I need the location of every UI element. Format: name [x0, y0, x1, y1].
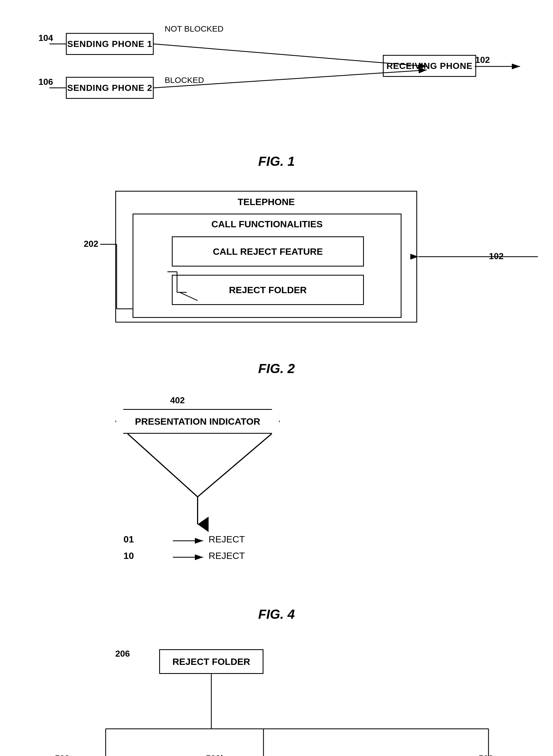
ref-502b: 502b: [206, 754, 226, 756]
ref-102-fig2: 102: [489, 251, 503, 261]
svg-line-20: [128, 434, 198, 497]
fig1-diagram: 104 106 102 SENDING PHONE 1 SENDING PHON…: [22, 16, 531, 132]
reject-folder-box-fig5: REJECT FOLDER: [159, 649, 263, 674]
presentation-indicator-box: PRESENTATION INDICATOR: [115, 409, 280, 434]
ref-502a: 502a: [55, 754, 74, 756]
reject-label-10: REJECT: [209, 550, 245, 561]
ref-202: 202: [84, 239, 98, 249]
telephone-box: TELEPHONE CALL FUNCTIONALITIES CALL REJE…: [115, 191, 417, 322]
fig4-diagram: 402 PRESENTATION INDICATOR: [22, 392, 531, 585]
not-blocked-label: NOT BLOCKED: [165, 24, 224, 33]
telephone-label: TELEPHONE: [116, 197, 416, 207]
ref-102-fig1: 102: [475, 55, 490, 65]
ref-402: 402: [170, 395, 185, 405]
call-reject-feature-label: CALL REJECT FEATURE: [173, 237, 363, 266]
ref-104: 104: [38, 33, 53, 43]
reject-folder-box-fig2: REJECT FOLDER: [172, 275, 364, 305]
page: 104 106 102 SENDING PHONE 1 SENDING PHON…: [0, 0, 553, 756]
svg-line-21: [198, 434, 272, 497]
ref-106: 106: [38, 77, 53, 87]
fig2-diagram: 102 202 204 206 TELEPHONE CALL FUNCTIONA…: [22, 185, 531, 339]
receiving-phone-box: RECEIVING PHONE: [383, 55, 476, 77]
ref-206-fig5: 206: [115, 649, 130, 659]
reject-folder-label-fig2: REJECT FOLDER: [173, 276, 363, 304]
sending-phone-2-box: SENDING PHONE 2: [66, 77, 154, 99]
reject-label-01: REJECT: [209, 534, 245, 545]
fig5-diagram: 206 502a 502b 502c REJECT FOLDER GROUP 1…: [22, 638, 531, 756]
fig4-caption: FIG. 4: [22, 607, 531, 622]
fig5-lines: [22, 638, 531, 756]
blocked-label: BLOCKED: [165, 75, 204, 85]
sending-phone-1-box: SENDING PHONE 1: [66, 33, 154, 55]
fig2-caption: FIG. 2: [22, 361, 531, 376]
ref-502c: 502c: [479, 754, 498, 756]
reject-row-10: 10: [124, 550, 167, 561]
reject-row-01: 01: [124, 534, 167, 545]
fig1-caption: FIG. 1: [22, 154, 531, 169]
call-reject-feature-box: CALL REJECT FEATURE: [172, 236, 364, 267]
call-functionalities-label: CALL FUNCTIONALITIES: [133, 219, 401, 229]
call-functionalities-box: CALL FUNCTIONALITIES CALL REJECT FEATURE…: [133, 214, 401, 318]
